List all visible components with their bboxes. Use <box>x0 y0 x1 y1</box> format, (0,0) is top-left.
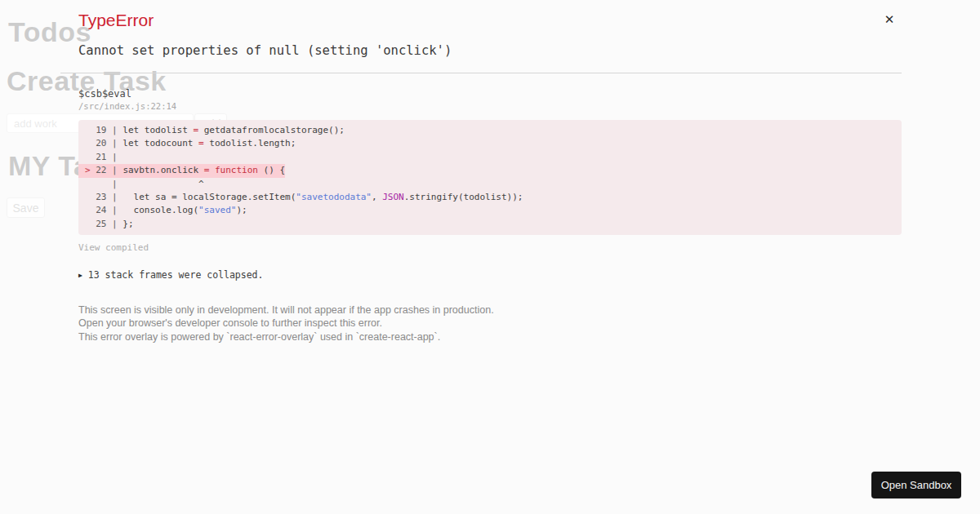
open-sandbox-button[interactable]: Open Sandbox <box>871 472 961 498</box>
view-compiled-link[interactable]: View compiled <box>78 242 149 253</box>
code-line: 21 | <box>85 151 902 164</box>
code-line: > 22 | savbtn.onclick = function () { <box>85 164 902 177</box>
collapse-arrow-icon: ▶ <box>78 272 82 279</box>
code-line: 19 | let todolist = getdatafromlocalstor… <box>85 124 902 137</box>
close-icon[interactable]: ✕ <box>880 10 899 29</box>
stack-frames-label: 13 stack frames were collapsed. <box>88 269 264 281</box>
code-line: 23 | let sa = localStorage.setItem("save… <box>85 191 902 204</box>
error-file-location: /src/index.js:22:14 <box>78 101 176 111</box>
code-line: 20 | let todocount = todolist.length; <box>85 137 902 150</box>
divider <box>60 73 902 73</box>
code-frame: 19 | let todolist = getdatafromlocalstor… <box>78 120 902 235</box>
footer-line: This error overlay is powered by `react-… <box>78 330 494 343</box>
overlay-footer: This screen is visible only in developme… <box>78 304 494 343</box>
error-function-name: $csb$eval <box>78 88 131 100</box>
footer-line: Open your browser's developer console to… <box>78 317 494 330</box>
code-line: | ^ <box>85 178 902 191</box>
error-message: Cannot set properties of null (setting '… <box>78 43 452 58</box>
stack-frames-toggle[interactable]: ▶ 13 stack frames were collapsed. <box>78 269 263 281</box>
footer-line: This screen is visible only in developme… <box>78 304 494 317</box>
code-line: 25 | }; <box>85 218 902 231</box>
error-title: TypeError <box>78 11 154 30</box>
error-overlay: TypeError ✕ Cannot set properties of nul… <box>0 0 980 514</box>
code-line: 24 | console.log("saved"); <box>85 204 902 217</box>
